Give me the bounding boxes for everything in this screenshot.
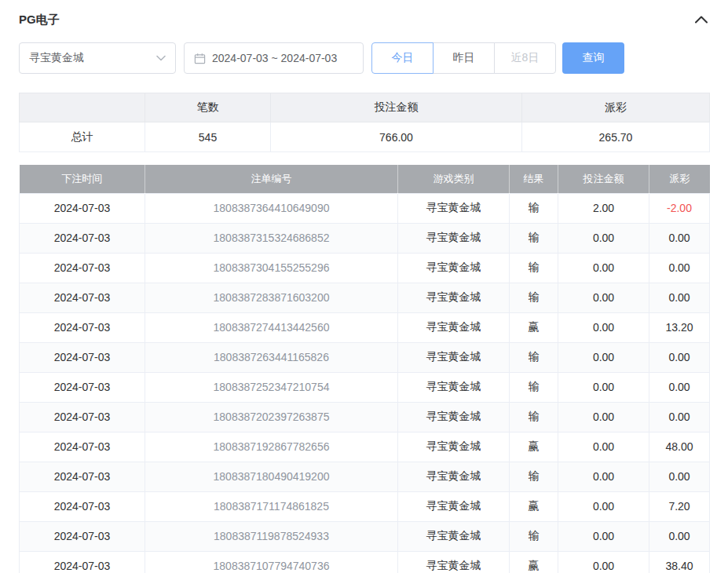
bet-table-body: 2024-07-031808387364410649090寻宝黄金城输2.00-… [20,193,710,573]
bet-payout: 0.00 [649,283,710,312]
game-name: 寻宝黄金城 [398,223,510,253]
col-header-payout: 派彩 [649,165,710,193]
bet-date: 2024-07-03 [20,193,145,223]
pg-games-panel: PG电子 寻宝黄金城 2024-07-03 ~ 2024-07-03 今日 [0,0,728,573]
summary-header-bet-amount: 投注金额 [271,93,522,122]
bet-id: 1808387274413442560 [145,312,398,342]
bet-payout: 0.00 [649,372,710,402]
bet-id: 1808387315324686852 [145,223,398,253]
bet-payout: 0.00 [649,402,710,432]
collapse-button[interactable] [693,12,709,27]
bet-amount: 0.00 [558,312,649,342]
table-row: 2024-07-031808387315324686852寻宝黄金城输0.000… [20,223,710,253]
filter-bar: 寻宝黄金城 2024-07-03 ~ 2024-07-03 今日 昨日 近8日 … [19,42,709,74]
bet-id: 1808387180490419200 [145,462,398,491]
table-row: 2024-07-031808387119878524933寻宝黄金城输0.000… [20,521,710,551]
bet-date: 2024-07-03 [20,223,145,253]
calendar-icon [194,53,206,64]
bet-id: 1808387202397263875 [145,402,398,432]
col-header-bet-time: 下注时间 [20,165,145,193]
chevron-up-icon [695,16,708,24]
quick-btn-today[interactable]: 今日 [371,42,434,74]
summary-header-row: 笔数 投注金额 派彩 [20,93,710,122]
bet-amount: 0.00 [558,283,649,312]
bet-payout: 13.20 [649,312,710,342]
game-name: 寻宝黄金城 [398,462,510,491]
bet-date: 2024-07-03 [20,521,145,551]
bet-result: 输 [510,521,558,551]
bet-result: 赢 [510,312,558,342]
game-select[interactable]: 寻宝黄金城 [19,42,176,74]
col-header-bet-amount: 投注金额 [558,165,649,193]
bet-result: 赢 [510,432,558,462]
bet-date: 2024-07-03 [20,372,145,402]
summary-payout-value: 265.70 [522,122,710,152]
bet-amount: 0.00 [558,342,649,372]
bet-payout: 0.00 [649,342,710,372]
date-range-value: 2024-07-03 ~ 2024-07-03 [212,52,337,64]
bet-date: 2024-07-03 [20,283,145,312]
bet-date: 2024-07-03 [20,312,145,342]
bet-date: 2024-07-03 [20,402,145,432]
bet-amount: 0.00 [558,402,649,432]
bet-result: 输 [510,193,558,223]
bet-result: 输 [510,372,558,402]
bet-payout: 38.40 [649,551,710,573]
summary-header-empty [20,93,145,122]
game-name: 寻宝黄金城 [398,551,510,573]
game-name: 寻宝黄金城 [398,253,510,283]
bet-date: 2024-07-03 [20,432,145,462]
bet-id: 1808387304155255296 [145,253,398,283]
bet-payout: 0.00 [649,223,710,253]
quick-btn-last8days[interactable]: 近8日 [494,42,556,74]
bet-amount: 0.00 [558,462,649,491]
bet-table-header-row: 下注时间 注单编号 游戏类别 结果 投注金额 派彩 [20,165,710,193]
bet-result: 输 [510,283,558,312]
game-select-value: 寻宝黄金城 [29,51,84,65]
chevron-down-icon [156,55,166,61]
game-name: 寻宝黄金城 [398,372,510,402]
summary-header-count: 笔数 [145,93,271,122]
page-title: PG电子 [19,13,60,27]
game-name: 寻宝黄金城 [398,283,510,312]
quick-btn-yesterday[interactable]: 昨日 [433,42,495,74]
table-row: 2024-07-031808387304155255296寻宝黄金城输0.000… [20,253,710,283]
bet-amount: 0.00 [558,551,649,573]
table-row: 2024-07-031808387192867782656寻宝黄金城赢0.004… [20,432,710,462]
table-row: 2024-07-031808387263441165826寻宝黄金城输0.000… [20,342,710,372]
table-row: 2024-07-031808387171174861825寻宝黄金城赢0.007… [20,491,710,521]
summary-total-row: 总计 545 766.00 265.70 [20,122,710,152]
bet-id: 1808387263441165826 [145,342,398,372]
date-range-input[interactable]: 2024-07-03 ~ 2024-07-03 [184,42,364,74]
bet-amount: 0.00 [558,223,649,253]
bet-amount: 0.00 [558,521,649,551]
bet-id: 1808387283871603200 [145,283,398,312]
bet-result: 输 [510,402,558,432]
bet-payout: -2.00 [649,193,710,223]
table-row: 2024-07-031808387364410649090寻宝黄金城输2.00-… [20,193,710,223]
bet-amount: 0.00 [558,372,649,402]
bet-payout: 7.20 [649,491,710,521]
game-name: 寻宝黄金城 [398,521,510,551]
game-name: 寻宝黄金城 [398,491,510,521]
table-row: 2024-07-031808387283871603200寻宝黄金城输0.000… [20,283,710,312]
bet-payout: 0.00 [649,253,710,283]
search-button[interactable]: 查询 [562,42,624,74]
game-name: 寻宝黄金城 [398,342,510,372]
bet-result: 输 [510,462,558,491]
summary-bet-amount-value: 766.00 [271,122,522,152]
bet-result: 赢 [510,491,558,521]
panel-header: PG电子 [19,11,709,28]
table-row: 2024-07-031808387180490419200寻宝黄金城输0.000… [20,462,710,491]
bet-date: 2024-07-03 [20,342,145,372]
bet-amount: 0.00 [558,253,649,283]
table-row: 2024-07-031808387274413442560寻宝黄金城赢0.001… [20,312,710,342]
bet-id: 1808387252347210754 [145,372,398,402]
game-name: 寻宝黄金城 [398,312,510,342]
bet-id: 1808387171174861825 [145,491,398,521]
bet-table: 下注时间 注单编号 游戏类别 结果 投注金额 派彩 2024-07-031808… [19,165,710,573]
bet-result: 输 [510,342,558,372]
summary-header-payout: 派彩 [522,93,710,122]
bet-payout: 0.00 [649,462,710,491]
bet-date: 2024-07-03 [20,462,145,491]
